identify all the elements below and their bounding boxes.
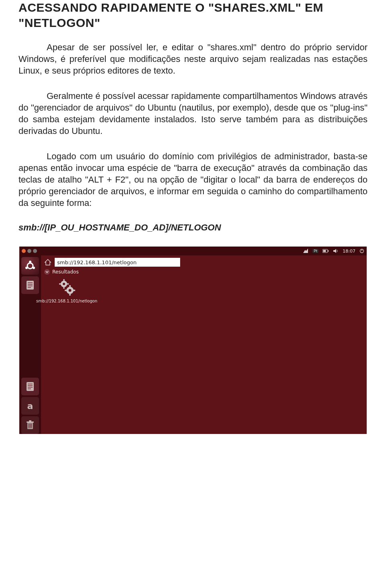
gears-icon [57,278,76,297]
network-icon[interactable] [303,249,308,253]
svg-point-26 [63,283,65,285]
svg-rect-11 [28,284,33,285]
svg-rect-18 [28,389,31,389]
svg-rect-36 [73,290,75,291]
close-icon[interactable] [22,249,26,253]
ubuntu-topbar: Pt 18:07 [19,247,367,255]
dash-home-button[interactable] [21,257,39,275]
svg-rect-35 [65,290,67,291]
session-icon[interactable] [359,249,364,253]
svg-rect-10 [28,282,33,283]
results-label: Resultados [52,269,79,275]
svg-rect-14 [27,382,34,391]
app-launcher-label: a [27,401,33,411]
svg-rect-22 [29,424,29,428]
svg-point-6 [29,261,31,263]
results-header[interactable]: Resultados [44,269,79,275]
svg-point-32 [69,289,72,292]
svg-rect-29 [59,284,61,285]
minimize-icon[interactable] [27,249,31,253]
window-buttons [22,249,37,253]
result-item[interactable]: smb://192.168.1.101/netlogon [51,278,83,304]
svg-rect-24 [31,424,32,428]
dash-search-row [44,257,363,267]
svg-rect-16 [28,385,33,386]
maximize-icon[interactable] [33,249,37,253]
keyboard-layout-indicator[interactable]: Pt [312,249,318,253]
battery-icon[interactable] [322,249,329,253]
svg-point-7 [33,267,35,269]
svg-rect-21 [29,420,31,421]
svg-point-5 [27,263,33,269]
svg-rect-1 [328,250,329,252]
trash-icon[interactable] [21,416,39,434]
system-tray: Pt 18:07 [303,249,364,254]
svg-rect-12 [28,286,33,286]
svg-rect-2 [323,250,326,252]
svg-point-8 [25,267,28,269]
dash-search-input[interactable] [55,258,180,267]
svg-rect-20 [27,421,34,423]
chevron-down-icon [44,269,50,275]
svg-rect-4 [361,249,362,251]
svg-rect-9 [27,281,34,290]
paragraph-3: Logado com um usuário do domínio com pri… [18,150,368,209]
svg-rect-33 [69,285,70,287]
svg-rect-28 [64,287,65,289]
svg-rect-13 [28,287,31,288]
smb-path-example: smb://[IP_OU_HOSTNAME_DO_AD]/NETLOGON [18,222,368,233]
svg-rect-17 [28,387,33,388]
ubuntu-screenshot: Pt 18:07 [19,247,367,434]
files-launcher-icon-2[interactable] [21,378,39,395]
paragraph-2: Geralmente é possível acessar rapidament… [18,90,368,137]
volume-icon[interactable] [333,249,339,253]
svg-rect-15 [28,384,33,384]
app-launcher-icon[interactable]: a [21,397,39,415]
home-icon[interactable] [44,259,51,266]
svg-rect-27 [64,279,65,281]
svg-rect-30 [67,284,69,285]
result-caption: smb://192.168.1.101/netlogon [36,299,97,304]
clock[interactable]: 18:07 [343,249,355,254]
paragraph-1: Apesar de ser possível ler, e editar o "… [18,41,368,76]
page-title: ACESSANDO RAPIDAMENTE O "SHARES.XML" EM … [18,0,368,30]
svg-rect-34 [69,294,70,296]
svg-rect-23 [30,424,31,428]
unity-launcher: a [19,255,41,434]
files-launcher-icon[interactable] [21,276,39,294]
